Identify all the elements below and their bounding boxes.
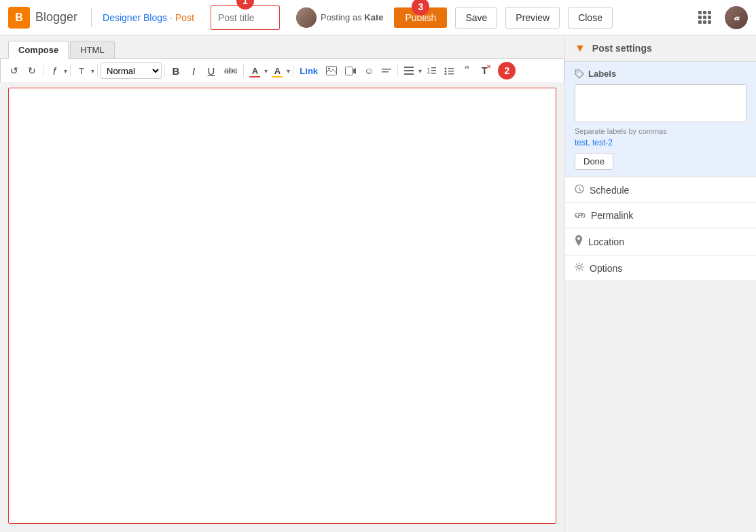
underline-button[interactable]: U [203,63,219,79]
svg-rect-10 [431,70,436,71]
apps-grid-icon[interactable] [698,11,711,24]
toolbar-sep-5 [243,65,244,77]
svg-rect-2 [346,67,353,75]
location-label: Location [588,236,624,247]
unordered-list-button[interactable] [441,63,457,79]
labels-title: Labels [575,69,746,79]
ordered-list-button[interactable]: 1. [423,63,439,79]
text-size-button[interactable]: T [73,63,90,79]
toolbar-sep-3 [97,65,98,77]
redo-button[interactable]: ↻ [24,63,40,79]
toolbar-sep-7 [397,65,398,77]
post-settings-chevron: ▼ [575,42,586,54]
toolbar-sep-4 [164,65,165,77]
video-button[interactable] [342,63,359,79]
breadcrumb: Designer Blogs · Post [103,12,194,23]
svg-point-12 [445,68,447,70]
svg-rect-9 [431,67,436,69]
svg-rect-15 [448,68,454,69]
top-bar: B Blogger Designer Blogs · Post 1 Postin… [0,0,756,35]
schedule-icon [575,184,584,196]
svg-point-14 [445,73,447,75]
location-icon [575,235,583,248]
blogger-logo: B [8,7,30,29]
svg-rect-16 [448,71,454,72]
font-family-arrow: ▾ [64,67,67,75]
breadcrumb-post[interactable]: Post [175,12,194,23]
labels-hint: Separate labels by commas [575,127,746,135]
bold-button[interactable]: B [168,63,184,79]
italic-button[interactable]: I [185,63,202,79]
schedule-section[interactable]: Schedule [565,177,756,203]
quote-button[interactable]: " [458,63,475,79]
svg-rect-6 [404,70,414,71]
toolbar-sep-6 [293,65,293,77]
svg-rect-3 [382,69,391,70]
sidebar-title: Post settings [592,43,652,54]
labels-section: Labels Separate labels by commas test, t… [565,62,756,177]
svg-point-18 [577,71,578,73]
tab-html[interactable]: HTML [70,41,114,59]
user-avatar-small [296,7,317,28]
labels-input[interactable] [575,84,746,122]
preview-button[interactable]: Preview [505,7,560,29]
sidebar-header: ▼ Post settings [565,35,756,62]
strikethrough-button[interactable]: abc [221,63,240,79]
permalink-icon [575,210,586,221]
label-icon [575,69,584,79]
svg-point-22 [577,237,580,240]
link-button[interactable]: Link [296,63,321,79]
more-button[interactable] [378,63,395,79]
editor-tabs: Compose HTML [0,35,564,58]
text-color-button[interactable]: A [247,63,263,79]
options-section[interactable]: Options [565,255,756,281]
svg-rect-7 [404,73,414,75]
publish-btn-wrap: 3 Publish [394,7,447,28]
posting-as-text: Posting as Kate [321,12,384,22]
close-button[interactable]: Close [568,7,613,29]
text-size-arrow: ▾ [91,67,94,75]
tab-compose[interactable]: Compose [8,41,69,59]
posting-as: Posting as Kate [296,7,384,28]
emoji-button[interactable]: ☺ [361,63,377,79]
options-icon [575,262,584,274]
format-select[interactable]: Normal Heading 1 Heading 2 Heading 3 Hea… [101,63,162,79]
svg-rect-4 [382,71,389,73]
toolbar-sep-1 [43,65,43,77]
align-button[interactable] [401,63,417,79]
header-divider [91,8,92,27]
schedule-label: Schedule [590,185,629,196]
align-arrow: ▾ [418,67,422,75]
text-color-arrow: ▾ [264,67,268,75]
annotation-2: 2 [498,62,516,79]
svg-point-13 [445,71,447,73]
editor-main: Compose HTML ↺ ↻ f ▾ T ▾ Normal Heading … [0,35,564,532]
editor-toolbar: ↺ ↻ f ▾ T ▾ Normal Heading 1 Heading 2 H… [0,58,564,82]
toolbar-sep-2 [70,65,71,77]
sidebar: ▼ Post settings Labels Separate labels b… [564,35,756,532]
undo-button[interactable]: ↺ [6,63,22,79]
breadcrumb-designer-blogs[interactable]: Designer Blogs [103,12,167,23]
svg-rect-17 [448,73,454,75]
svg-point-23 [578,266,581,269]
clear-format-button[interactable]: T✕ [476,63,492,79]
post-title-wrap: 1 [211,5,280,30]
breadcrumb-separator: · [170,12,173,23]
done-button[interactable]: Done [575,153,613,170]
highlight-arrow: ▾ [287,67,290,75]
location-section[interactable]: Location [565,228,756,255]
options-label: Options [590,263,622,274]
save-button[interactable]: Save [455,7,497,29]
editor-canvas[interactable] [8,88,556,524]
svg-rect-11 [431,73,436,74]
highlight-button[interactable]: A [269,63,285,79]
editor-content-area [0,82,564,532]
profile-avatar[interactable]: 𝒶 [725,6,748,29]
svg-rect-5 [404,67,414,68]
app-name: Blogger [35,10,77,24]
labels-existing[interactable]: test, test-2 [575,138,746,147]
permalink-label: Permalink [591,210,633,221]
font-family-button[interactable]: f [46,63,62,79]
permalink-section[interactable]: Permalink [565,203,756,228]
image-button[interactable] [323,63,340,79]
